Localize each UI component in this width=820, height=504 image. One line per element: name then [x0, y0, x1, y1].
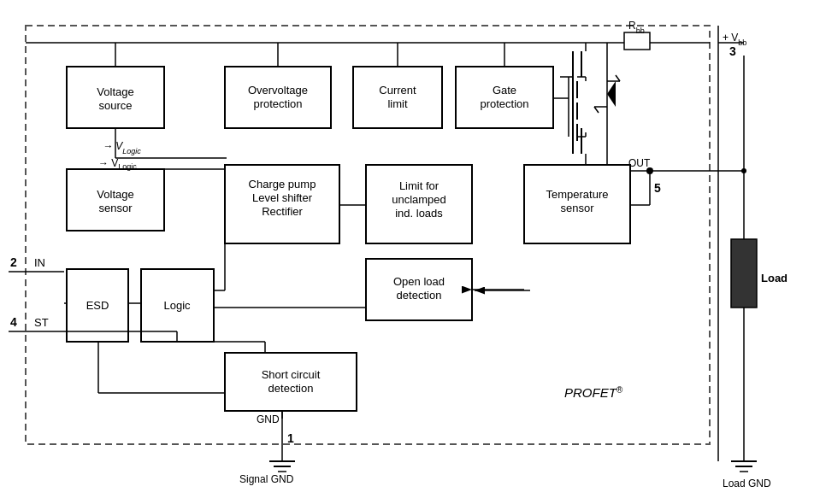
- voltage-source-text: Voltage: [97, 85, 133, 98]
- limit-text3: ind. loads: [395, 207, 443, 220]
- gnd-text: GND: [257, 413, 280, 425]
- temp-text2: sensor: [560, 202, 594, 214]
- pin4-num: 4: [10, 315, 17, 329]
- overvoltage-text2: protection: [253, 97, 302, 110]
- pin5-label: 5: [654, 181, 661, 195]
- charge-pump-text2: Level shifter: [252, 191, 313, 204]
- open-load-text2: detection: [397, 289, 442, 302]
- load-gnd-text: Load GND: [723, 478, 771, 489]
- limit-text1: Limit for: [399, 179, 439, 192]
- charge-pump-text3: Rectifier: [262, 205, 303, 218]
- voltage-sensor-text1: Voltage: [97, 188, 133, 201]
- temp-text1: Temperature: [546, 188, 609, 201]
- block-diagram: Rbb + Vbb 3: [0, 0, 820, 504]
- pin1-label: 1: [287, 431, 294, 445]
- out-text: OUT: [628, 157, 651, 169]
- profet-text: PROFET®: [564, 385, 623, 401]
- signal-gnd-text: Signal GND: [239, 473, 294, 485]
- vlogic-arrow: → VLogic: [103, 140, 141, 155]
- current-limit-text1: Current: [379, 84, 416, 97]
- svg-line-17: [616, 75, 620, 81]
- esd-text: ESD: [86, 299, 109, 312]
- charge-pump-block: [225, 165, 339, 243]
- gate-protection-text2: protection: [480, 97, 528, 110]
- pin2-num: 2: [10, 255, 17, 269]
- vlogic-label: → VLogic: [98, 157, 137, 171]
- svg-line-18: [594, 107, 599, 113]
- voltage-source-text2: source: [98, 99, 132, 112]
- gate-protection-text1: Gate: [493, 84, 516, 97]
- limit-text2: unclamped: [392, 193, 446, 206]
- in-text: IN: [34, 256, 45, 269]
- logic-text: Logic: [163, 299, 191, 312]
- rbb-resistor: [624, 32, 650, 50]
- overvoltage-text1: Overvoltage: [248, 84, 308, 97]
- zener-diode: [607, 81, 616, 107]
- pin3-label: 3: [729, 44, 736, 58]
- open-load-text1: Open load: [393, 275, 445, 288]
- load-text: Load: [761, 272, 788, 284]
- charge-pump-text1: Charge pump: [249, 178, 316, 190]
- svg-point-27: [741, 168, 746, 173]
- st-text: ST: [34, 316, 49, 329]
- current-limit-text2: limit: [387, 97, 407, 110]
- load-resistor: [731, 239, 757, 308]
- short-circuit-text2: detection: [268, 382, 314, 395]
- short-circuit-text1: Short circuit: [262, 368, 321, 381]
- voltage-sensor-text2: sensor: [98, 202, 133, 214]
